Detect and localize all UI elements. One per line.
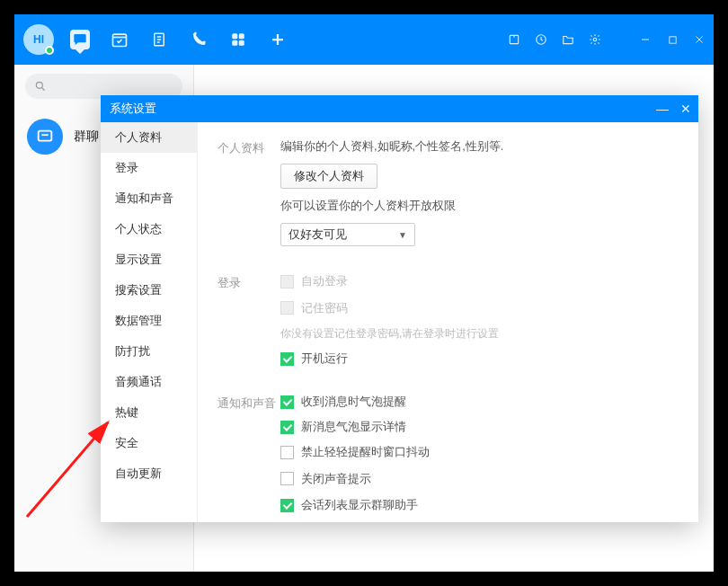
startup-checkbox[interactable]: 开机运行 <box>280 351 348 367</box>
settings-content[interactable]: 个人资料 编辑你的个人资料,如昵称,个性签名,性别等. 修改个人资料 你可以设置… <box>198 122 698 522</box>
minimize-icon[interactable] <box>638 32 653 47</box>
svg-rect-4 <box>232 40 237 46</box>
document-tab-icon[interactable] <box>149 30 169 49</box>
notify-shake-checkbox[interactable]: 禁止轻轻提醒时窗口抖动 <box>280 444 430 460</box>
svg-rect-0 <box>113 34 127 46</box>
svg-rect-9 <box>669 36 675 42</box>
settings-nav: 个人资料 登录 通知和声音 个人状态 显示设置 搜索设置 数据管理 防打扰 音频… <box>101 122 198 522</box>
auto-login-checkbox: 自动登录 <box>280 273 348 289</box>
nav-item-notify[interactable]: 通知和声音 <box>101 183 197 214</box>
nav-item-audio[interactable]: 音频通话 <box>101 367 197 397</box>
group-chat-icon <box>27 119 63 155</box>
nav-item-login[interactable]: 登录 <box>101 153 197 183</box>
settings-minimize-icon[interactable]: — <box>655 102 670 116</box>
profile-privacy-hint: 你可以设置你的个人资料开放权限 <box>280 198 679 214</box>
window-controls <box>507 32 706 47</box>
nav-item-update[interactable]: 自动更新 <box>101 458 197 489</box>
section-profile: 个人资料 编辑你的个人资料,如昵称,个性签名,性别等. 修改个人资料 你可以设置… <box>218 138 679 255</box>
gear-icon[interactable] <box>588 32 602 47</box>
chevron-down-icon: ▼ <box>398 230 407 240</box>
notify-bubble-checkbox[interactable]: 收到消息时气泡提醒 <box>280 394 406 410</box>
notify-group-checkbox[interactable]: 会话列表显示群聊助手 <box>280 497 418 513</box>
history-icon[interactable] <box>534 32 548 47</box>
section-notify-label: 通知和声音 <box>218 394 280 522</box>
nav-item-hotkey[interactable]: 热键 <box>101 397 197 428</box>
profile-edit-hint: 编辑你的个人资料,如昵称,个性签名,性别等. <box>280 138 679 155</box>
screenshot-icon[interactable] <box>507 32 521 47</box>
add-tab-icon[interactable] <box>268 30 288 49</box>
avatar[interactable]: HI <box>23 24 54 55</box>
chat-tab-icon[interactable] <box>70 30 90 49</box>
search-icon <box>34 80 47 93</box>
login-hint: 你没有设置记住登录密码,请在登录时进行设置 <box>280 326 679 342</box>
settings-close-icon[interactable]: ✕ <box>679 102 693 116</box>
svg-rect-5 <box>239 40 244 46</box>
svg-point-8 <box>593 38 597 41</box>
section-profile-label: 个人资料 <box>218 138 280 255</box>
remember-password-checkbox: 记住密码 <box>280 300 348 316</box>
tab-icons <box>70 30 288 49</box>
settings-title-text: 系统设置 <box>110 101 156 117</box>
settings-titlebar: 系统设置 — ✕ <box>101 95 698 122</box>
nav-item-profile[interactable]: 个人资料 <box>101 122 197 153</box>
notify-detail-checkbox[interactable]: 新消息气泡显示详情 <box>280 419 406 435</box>
nav-item-search[interactable]: 搜索设置 <box>101 275 197 306</box>
titlebar: HI <box>14 14 714 65</box>
edit-profile-button[interactable]: 修改个人资料 <box>280 164 377 189</box>
svg-rect-2 <box>232 33 237 39</box>
nav-item-security[interactable]: 安全 <box>101 428 197 458</box>
section-notify: 通知和声音 收到消息时气泡提醒 新消息气泡显示详情 禁止轻轻提醒时窗口抖动 关闭… <box>218 394 679 522</box>
close-icon[interactable] <box>692 32 706 47</box>
svg-rect-3 <box>239 33 244 39</box>
settings-dialog: 系统设置 — ✕ 个人资料 登录 通知和声音 个人状态 显示设置 搜索设置 数据… <box>101 95 698 522</box>
conversation-label: 群聊 <box>74 129 99 145</box>
privacy-select[interactable]: 仅好友可见 ▼ <box>280 223 415 246</box>
svg-point-10 <box>36 82 42 88</box>
nav-item-display[interactable]: 显示设置 <box>101 244 197 275</box>
apps-tab-icon[interactable] <box>228 30 248 49</box>
maximize-icon[interactable] <box>665 32 679 47</box>
privacy-select-value: 仅好友可见 <box>289 226 347 243</box>
calendar-tab-icon[interactable] <box>110 30 129 49</box>
section-login: 登录 自动登录 记住密码 你没有设置记住登录密码,请在登录时进行设置 开机运行 <box>218 273 679 376</box>
notify-sound-checkbox[interactable]: 关闭声音提示 <box>280 471 371 487</box>
nav-item-dnd[interactable]: 防打扰 <box>101 336 197 367</box>
avatar-text: HI <box>33 33 44 46</box>
status-dot-icon <box>45 46 54 55</box>
folder-icon[interactable] <box>561 32 575 47</box>
section-login-label: 登录 <box>218 273 280 376</box>
settings-body: 个人资料 登录 通知和声音 个人状态 显示设置 搜索设置 数据管理 防打扰 音频… <box>101 122 698 522</box>
nav-item-data[interactable]: 数据管理 <box>101 306 197 336</box>
nav-item-status[interactable]: 个人状态 <box>101 214 197 244</box>
phone-tab-icon[interactable] <box>189 30 209 49</box>
